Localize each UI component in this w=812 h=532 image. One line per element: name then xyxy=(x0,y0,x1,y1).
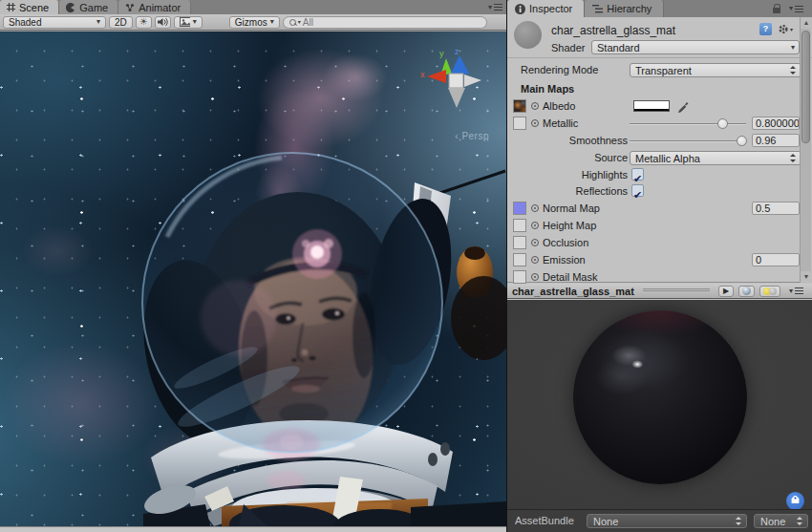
smoothness-row: Smoothness 0.96 xyxy=(507,134,799,149)
emission-label: Emission xyxy=(543,254,586,266)
help-icon[interactable]: ? xyxy=(759,23,772,35)
caret-down-icon: ▾ xyxy=(789,287,793,295)
height-map-texture-thumb[interactable] xyxy=(513,219,526,232)
caret-down-icon: ▾ xyxy=(488,4,492,11)
orientation-gizmo[interactable]: y z x xyxy=(420,47,501,142)
source-dropdown[interactable]: Metallic Alpha xyxy=(630,151,801,165)
occlusion-row: Occlusion xyxy=(507,236,799,251)
preview-play-button[interactable]: ▶ xyxy=(718,286,734,297)
texture-slot-icon[interactable] xyxy=(531,102,539,110)
rendering-mode-dropdown[interactable]: Transparent xyxy=(630,63,801,77)
normal-map-row: Normal Map 0.5 xyxy=(507,202,799,217)
sphere-icon xyxy=(742,287,751,295)
asset-bundle-dropdown[interactable]: None xyxy=(587,514,747,528)
normal-map-value-field[interactable]: 0.5 xyxy=(752,202,800,215)
metallic-texture-thumb[interactable] xyxy=(513,117,526,130)
scene-search-field[interactable]: ▾ All xyxy=(283,16,487,29)
eyedropper-icon[interactable] xyxy=(676,99,690,113)
highlights-label: Highlights xyxy=(521,169,628,181)
scrollbar-thumb[interactable] xyxy=(801,31,810,143)
tab-scene[interactable]: Scene xyxy=(0,0,59,14)
tab-scene-label: Scene xyxy=(19,2,49,13)
asset-bundle-label: AssetBundle xyxy=(515,515,574,526)
scene-viewport[interactable]: y z x ‹ Persp xyxy=(0,32,506,526)
source-label: Source xyxy=(521,152,628,163)
texture-slot-icon[interactable] xyxy=(531,204,539,212)
shader-dropdown[interactable]: Standard ▾ xyxy=(591,40,800,54)
scene-panel: Scene Game Animator ▾ Shaded ▾ 2D xyxy=(0,0,506,532)
metallic-slider-knob[interactable] xyxy=(717,118,728,129)
preview-lighting-button[interactable] xyxy=(759,286,780,297)
inspector-panel-menu[interactable]: ▾ xyxy=(785,5,807,12)
scene-lighting-button[interactable]: ☀ xyxy=(136,16,152,29)
texture-slot-icon[interactable] xyxy=(531,256,539,264)
preview-menu[interactable]: ▾ xyxy=(785,287,807,295)
scroll-down-icon[interactable]: ▼ xyxy=(801,271,812,283)
albedo-texture-thumb[interactable] xyxy=(513,99,526,113)
tab-inspector-label: Inspector xyxy=(529,3,572,14)
asset-label-icon[interactable] xyxy=(786,492,804,509)
tab-game[interactable]: Game xyxy=(59,0,118,14)
highlights-checkbox[interactable]: ✔ xyxy=(631,168,644,181)
preview-shape-button[interactable] xyxy=(738,286,755,297)
caret-down-icon: ▾ xyxy=(791,44,795,52)
gizmo-x-label: x xyxy=(420,70,425,79)
caret-down-icon: ▾ xyxy=(193,18,197,26)
asset-bundle-variant-dropdown[interactable]: None xyxy=(754,514,808,528)
tab-animator[interactable]: Animator xyxy=(118,0,191,14)
tab-hierarchy-label: Hierarchy xyxy=(607,3,652,14)
albedo-row: Albedo xyxy=(507,99,799,115)
preview-drag-handle[interactable] xyxy=(643,288,710,293)
material-thumbnail[interactable] xyxy=(514,21,542,49)
scene-panel-menu[interactable]: ▾ xyxy=(484,0,506,14)
smoothness-value-field[interactable]: 0.96 xyxy=(752,134,800,147)
smoothness-label: Smoothness xyxy=(521,135,628,146)
nebula-reflection xyxy=(292,229,342,279)
height-map-row: Height Map xyxy=(507,219,799,234)
tab-inspector[interactable]: Inspector xyxy=(507,0,585,17)
gizmo-z-cone xyxy=(450,55,469,75)
inspector-panel: Inspector Hierarchy ▾ char_astrella_glas… xyxy=(506,0,812,532)
caret-down-icon: ▾ xyxy=(270,18,274,26)
reflections-checkbox[interactable]: ✔ xyxy=(631,184,644,197)
gizmo-cone-down xyxy=(448,88,465,108)
scene-toolbar: Shaded ▾ 2D ☀ ▾ Gizmos ▾ ▾ xyxy=(0,14,506,31)
animator-icon xyxy=(125,3,135,12)
material-preview-sphere[interactable] xyxy=(573,310,747,484)
emission-texture-thumb[interactable] xyxy=(513,253,526,266)
occlusion-texture-thumb[interactable] xyxy=(513,236,526,249)
texture-slot-icon[interactable] xyxy=(531,222,539,229)
shading-mode-value: Shaded xyxy=(9,17,41,28)
texture-slot-icon[interactable] xyxy=(531,239,539,246)
normal-map-texture-thumb[interactable] xyxy=(513,202,526,215)
texture-slot-icon[interactable] xyxy=(531,119,539,127)
toggle-2d-button[interactable]: 2D xyxy=(109,16,133,29)
toggle-2d-label: 2D xyxy=(115,17,127,28)
projection-label[interactable]: ‹ Persp xyxy=(455,131,489,141)
menu-lines-icon xyxy=(795,6,803,12)
tab-hierarchy[interactable]: Hierarchy xyxy=(585,0,664,17)
inspector-info-icon xyxy=(515,4,525,14)
gizmos-dropdown[interactable]: Gizmos ▾ xyxy=(229,16,280,29)
inspector-scrollbar[interactable]: ▲ ▼ xyxy=(800,17,811,283)
scroll-up-icon[interactable]: ▲ xyxy=(801,17,812,29)
metallic-slider[interactable] xyxy=(630,123,746,125)
smoothness-slider-knob[interactable] xyxy=(737,136,747,146)
caret-down-icon: ▾ xyxy=(789,5,793,12)
reflections-label: Reflections xyxy=(521,185,628,197)
emission-value-field[interactable]: 0 xyxy=(752,253,800,266)
smoothness-slider[interactable] xyxy=(630,140,746,142)
texture-slot-icon[interactable] xyxy=(531,273,539,281)
gizmo-y-label: y xyxy=(439,49,444,58)
scene-effects-dropdown[interactable]: ▾ xyxy=(174,16,203,29)
scene-audio-button[interactable] xyxy=(155,16,171,29)
shading-mode-dropdown[interactable]: Shaded ▾ xyxy=(3,16,106,29)
play-icon: ▶ xyxy=(723,287,729,295)
material-preview-area[interactable] xyxy=(507,300,812,509)
lock-icon[interactable] xyxy=(773,8,780,13)
gear-icon[interactable]: ▾ xyxy=(778,23,793,35)
metallic-value-field[interactable]: 0.800000 xyxy=(752,117,800,130)
detail-mask-texture-thumb[interactable] xyxy=(513,270,526,284)
material-inspector: char_astrella_glass_mat ? ▾ Shader Stand… xyxy=(507,17,812,283)
albedo-color-swatch[interactable] xyxy=(633,100,670,112)
